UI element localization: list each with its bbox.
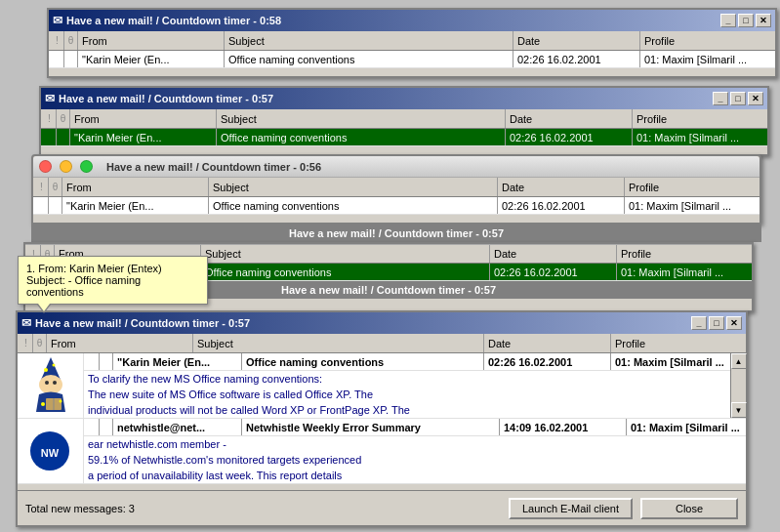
col-date-3: Date <box>498 178 625 196</box>
row-subject-2: Office naming conventions <box>217 129 506 145</box>
row-excl-1 <box>51 51 64 67</box>
scroll-down-5[interactable]: ▼ <box>731 402 747 418</box>
col-subject-3: Subject <box>209 178 498 196</box>
svg-text:NW: NW <box>41 447 60 459</box>
titlebar-controls-1[interactable]: _ □ ✕ <box>720 14 771 27</box>
tooltip-tail <box>38 304 50 311</box>
titlebar-title-5: ✉ Have a new mail! / Countdown timer - 0… <box>21 316 250 330</box>
col-profile-4: Profile <box>617 245 734 263</box>
email-body-1-line1: To clarify the new MS Office naming conv… <box>84 371 730 387</box>
svg-point-5 <box>53 381 57 385</box>
col-subject-2: Subject <box>217 109 506 128</box>
close-btn-5[interactable]: ✕ <box>726 316 742 330</box>
svg-point-2 <box>52 364 55 367</box>
close-button[interactable]: Close <box>640 498 738 519</box>
row-excl-3 <box>35 197 49 214</box>
row-profile-3: 01: Maxim [Silmaril ... <box>625 197 742 214</box>
mac-max-3[interactable] <box>80 160 93 173</box>
mac-close-3[interactable] <box>39 160 52 173</box>
title-text-3: Have a new mail! / Countdown timer - 0:5… <box>106 161 321 173</box>
row-container-5-1: "Karin Meier (En... Office naming conven… <box>18 353 746 419</box>
minimize-btn-5[interactable]: _ <box>691 316 707 330</box>
mail-icon-5: ✉ <box>21 316 31 330</box>
svg-point-9 <box>59 400 62 403</box>
scroll-up-5[interactable]: ▲ <box>731 353 747 369</box>
svg-point-1 <box>44 368 48 372</box>
col-from-5: From <box>47 334 193 352</box>
col-attach-5: θ <box>33 334 47 352</box>
col-date-5: Date <box>484 334 611 352</box>
row-excl-5-1 <box>86 353 100 370</box>
window-2: ✉ Have a new mail! / Countdown timer - 0… <box>39 86 769 156</box>
titlebar-1: ✉ Have a new mail! / Countdown timer - 0… <box>49 10 775 31</box>
row-date-5-2: 14:09 16.02.2001 <box>500 419 627 435</box>
row-date-5-1: 02:26 16.02.2001 <box>484 353 611 370</box>
col-excl-1: ! <box>51 31 64 50</box>
row-profile-5-2: 01: Maxim [Silmaril ... <box>627 419 744 435</box>
titlebar-controls-5[interactable]: _ □ ✕ <box>691 316 742 330</box>
mail-icon-1: ✉ <box>53 14 62 27</box>
table-header-3: ! θ From Subject Date Profile <box>33 178 759 197</box>
col-from-1: From <box>78 31 225 50</box>
total-messages-label: Total new messages: 3 <box>25 503 135 514</box>
title-text-2: Have a new mail! / Countdown timer - 0:5… <box>59 93 273 104</box>
row-profile-5-1: 01: Maxim [Silmaril ... <box>611 353 728 370</box>
email-1-content: "Karin Meier (En... Office naming conven… <box>84 353 730 418</box>
email-body-2-line1: ear netwhistle.com member - <box>84 436 746 452</box>
wizard-icon <box>26 355 75 414</box>
col-attach-1: θ <box>64 31 78 50</box>
tooltip-line1: 1. From: Karin Meier (Entex) <box>26 263 199 274</box>
maximize-btn-2[interactable]: □ <box>730 92 746 105</box>
table-header-2: ! θ From Subject Date Profile <box>41 109 767 129</box>
col-excl-5: ! <box>20 334 33 352</box>
col-profile-1: Profile <box>640 31 758 50</box>
row-date-1: 02:26 16.02.2001 <box>513 51 640 67</box>
row-profile-1: 01: Maxim [Silmaril ... <box>640 51 758 67</box>
titlebar-2: ✉ Have a new mail! / Countdown timer - 0… <box>41 88 767 109</box>
email-body-1-line3: individual products will not be called W… <box>84 402 730 418</box>
col-date-4: Date <box>490 245 617 263</box>
col-profile-3: Profile <box>625 178 742 196</box>
titlebar-title-2: ✉ Have a new mail! / Countdown timer - 0… <box>45 92 273 105</box>
launch-email-button[interactable]: Launch E-Mail client <box>509 498 633 519</box>
netwhistle-icon: NW <box>28 430 72 473</box>
titlebar-title-1: ✉ Have a new mail! / Countdown timer - 0… <box>53 14 281 27</box>
minimize-btn-1[interactable]: _ <box>720 14 736 27</box>
row-date-4: 02:26 16.02.2001 <box>490 264 617 280</box>
svg-point-8 <box>41 402 45 406</box>
scrollbar-5[interactable]: ▲ ▼ <box>730 353 746 418</box>
row-attach-3 <box>49 197 62 214</box>
table-row-1[interactable]: "Karin Meier (En... Office naming conven… <box>49 51 775 68</box>
titlebar-5: ✉ Have a new mail! / Countdown timer - 0… <box>18 312 746 334</box>
table-header-1: ! θ From Subject Date Profile <box>49 31 775 51</box>
col-profile-2: Profile <box>633 109 750 128</box>
titlebar-controls-2[interactable]: _ □ ✕ <box>713 92 763 105</box>
row-subject-5-2: Netwhistle Weekly Error Summary <box>242 419 500 435</box>
maximize-btn-5[interactable]: □ <box>709 316 724 330</box>
row-excl-2 <box>43 129 57 145</box>
row-profile-2: 01: Maxim [Silmaril ... <box>633 129 750 145</box>
row-from-2: "Karin Meier (En... <box>70 129 217 145</box>
table-row-3[interactable]: "Karin Meier (En... Office naming conven… <box>33 197 759 215</box>
email-body-2-line2: 59.1% of Netwhistle.com's monitored targ… <box>84 452 746 468</box>
table-row-5-2[interactable]: netwhistle@net... Netwhistle Weekly Erro… <box>84 419 746 436</box>
col-from-3: From <box>62 178 209 196</box>
window-1: ✉ Have a new mail! / Countdown timer - 0… <box>47 8 777 78</box>
col-subject-4: Subject <box>201 245 490 263</box>
col-attach-2: θ <box>57 109 70 128</box>
close-btn-2[interactable]: ✕ <box>748 92 763 105</box>
mac-min-3[interactable] <box>60 160 72 173</box>
minimize-btn-2[interactable]: _ <box>713 92 728 105</box>
row-container-5-2: NW netwhistle@net... Netwhistle Weekly E… <box>18 419 746 484</box>
table-row-5-1[interactable]: "Karin Meier (En... Office naming conven… <box>84 353 730 371</box>
tooltip-line2: Subject: - Office naming <box>26 274 199 286</box>
svg-point-3 <box>39 375 62 394</box>
table-row-2[interactable]: "Karin Meier (En... Office naming conven… <box>41 129 767 146</box>
maximize-btn-1[interactable]: □ <box>738 14 754 27</box>
tooltip: 1. From: Karin Meier (Entex) Subject: - … <box>18 256 208 305</box>
row-from-5-1: "Karin Meier (En... <box>113 353 242 370</box>
col-date-1: Date <box>513 31 640 50</box>
title-text-5: Have a new mail! / Countdown timer - 0:5… <box>35 317 250 329</box>
close-btn-1[interactable]: ✕ <box>756 14 771 27</box>
col-attach-3: θ <box>49 178 62 196</box>
